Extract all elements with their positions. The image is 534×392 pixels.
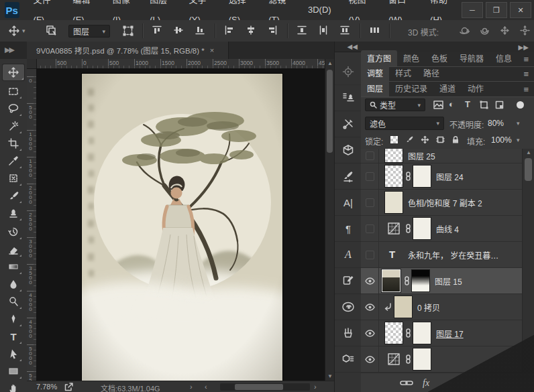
lock-transparent-pixels-icon[interactable] <box>390 136 398 143</box>
layer-row-15-selected[interactable]: 图层 15 <box>361 268 522 294</box>
layer-thumbnail[interactable] <box>382 270 400 291</box>
filter-shape-layers-icon[interactable] <box>480 101 488 109</box>
visibility-toggle[interactable] <box>361 320 379 346</box>
layer-row-0-copy[interactable]: 0 拷贝 <box>361 294 522 320</box>
tab-actions[interactable]: 动作 <box>462 80 490 96</box>
tab-close-icon[interactable]: × <box>205 46 219 54</box>
visibility-toggle[interactable] <box>361 216 379 241</box>
layer-thumbnail[interactable] <box>385 322 403 344</box>
layer-row-hue-sat[interactable]: 色相/饱和度 7 副本 2 <box>361 190 522 216</box>
layer-thumbnail[interactable] <box>394 296 412 318</box>
v-scroll-thumb[interactable] <box>327 70 333 153</box>
learn-panel-icon[interactable] <box>335 59 362 85</box>
transform-controls-icon[interactable] <box>122 25 134 37</box>
menu-3d[interactable]: 3D(D) <box>299 0 340 20</box>
document-canvas[interactable] <box>82 74 282 381</box>
eraser-tool[interactable] <box>5 241 22 257</box>
layer-mask-thumbnail[interactable] <box>413 322 431 344</box>
character-panel-icon[interactable]: A| <box>335 190 362 216</box>
h-scroll-thumb[interactable] <box>235 384 283 390</box>
type-layer-icon[interactable]: T <box>389 249 395 260</box>
move-tool[interactable] <box>3 64 24 80</box>
align-bottom-icon[interactable] <box>195 25 205 36</box>
clone-stamp-tool[interactable] <box>5 205 22 221</box>
layer-name[interactable]: 图层 17 <box>436 328 464 339</box>
lock-artboard-icon[interactable] <box>436 135 445 144</box>
chevron-down-icon[interactable]: ▾ <box>22 27 25 34</box>
mask-link-icon[interactable] <box>405 328 411 338</box>
tab-paths[interactable]: 路径 <box>417 65 445 81</box>
zoom-level[interactable]: 7.78% <box>36 383 57 391</box>
layer-row-curves4[interactable]: 曲线 4 <box>361 216 522 242</box>
3d-rotate-icon[interactable] <box>459 25 470 36</box>
share-export-icon[interactable] <box>64 383 73 391</box>
align-right-icon[interactable] <box>267 25 278 36</box>
mask-link-icon[interactable] <box>405 172 411 181</box>
filter-type-layers-icon[interactable]: T <box>465 99 470 109</box>
blend-mode-dropdown[interactable]: 滤色▾ <box>365 117 444 130</box>
auto-select-icon[interactable] <box>46 25 58 37</box>
lock-position-icon[interactable] <box>421 135 429 144</box>
distribute-top-icon[interactable] <box>297 25 307 36</box>
lock-image-pixels-icon[interactable] <box>405 135 414 144</box>
align-top-icon[interactable] <box>152 25 162 36</box>
layer-row-text[interactable]: T 永和九年， 岁在癸丑暮… <box>361 242 522 268</box>
maximize-button[interactable]: ❒ <box>486 2 507 18</box>
fill-chevron-icon[interactable]: ▾ <box>517 137 520 143</box>
tab-swatches[interactable]: 色板 <box>425 50 453 66</box>
layer-name[interactable]: 图层 25 <box>408 150 435 161</box>
scroll-down-icon[interactable]: ▼ <box>325 373 335 379</box>
move-tool-option-icon[interactable] <box>8 25 20 37</box>
collapse-panels-icon[interactable]: ◀◀ <box>335 42 362 52</box>
close-button[interactable]: ✕ <box>510 2 531 18</box>
layer-name[interactable]: 曲线 4 <box>436 223 459 235</box>
layer-effects-icon[interactable]: fx <box>423 378 429 389</box>
tab-info[interactable]: 信息 <box>490 50 518 66</box>
hand-tool[interactable] <box>5 381 22 392</box>
scroll-right-icon[interactable]: › <box>314 383 317 391</box>
link-layers-icon[interactable] <box>400 379 413 387</box>
tab-adjustments[interactable]: 调整 <box>361 65 389 81</box>
type-tool[interactable]: T <box>5 328 22 344</box>
clone-source-panel-icon[interactable] <box>335 85 362 111</box>
layers-scroll-thumb[interactable] <box>525 158 532 181</box>
blur-tool[interactable] <box>5 276 22 292</box>
visibility-toggle[interactable] <box>361 294 379 320</box>
tab-color[interactable]: 颜色 <box>397 50 425 66</box>
opacity-value[interactable]: 80% <box>488 119 504 128</box>
auto-select-target-dropdown[interactable]: 图层▾ <box>68 25 110 38</box>
layer-row-25[interactable]: 图层 25 <box>361 149 522 164</box>
libraries-panel-icon[interactable] <box>335 294 362 320</box>
visibility-toggle[interactable] <box>361 149 379 163</box>
layers-scrollbar[interactable]: ▲ <box>522 149 534 373</box>
filter-smart-objects-icon[interactable] <box>495 101 504 109</box>
curves-adjustment-icon[interactable] <box>388 222 400 235</box>
layer-mask-thumbnail[interactable] <box>413 348 431 370</box>
visibility-toggle[interactable] <box>361 268 379 293</box>
brush-settings-panel-icon[interactable] <box>335 164 362 190</box>
filter-pixel-layers-icon[interactable] <box>433 101 443 109</box>
minimize-button[interactable]: ─ <box>462 2 483 18</box>
3d-drag-icon[interactable] <box>499 25 511 36</box>
layer-name[interactable]: 0 拷贝 <box>417 302 440 313</box>
lasso-tool[interactable] <box>5 101 22 117</box>
layer-thumbnail[interactable] <box>385 166 403 187</box>
layer-row-24[interactable]: 图层 24 <box>361 164 522 190</box>
tab-histogram[interactable]: 直方图 <box>361 50 397 66</box>
rectangular-marquee-tool[interactable] <box>5 83 22 99</box>
crop-tool[interactable] <box>5 135 22 151</box>
filter-adjustment-layers-icon[interactable]: ◐ <box>449 99 454 109</box>
tab-navigator[interactable]: 导航器 <box>453 50 490 66</box>
mask-link-icon[interactable] <box>405 354 411 364</box>
scroll-up-icon[interactable]: ▲ <box>325 60 335 66</box>
tool-presets-panel-icon[interactable] <box>335 111 362 137</box>
canvas-horizontal-scrollbar[interactable] <box>220 383 310 391</box>
brushes-panel-icon[interactable] <box>335 320 362 346</box>
layer-mask-thumbnail[interactable] <box>412 270 429 291</box>
visibility-toggle[interactable] <box>361 164 379 189</box>
notes-panel-icon[interactable] <box>335 268 362 294</box>
tab-layers[interactable]: 图层 <box>361 80 389 96</box>
3d-panel-icon[interactable] <box>335 137 362 164</box>
lock-all-icon[interactable] <box>451 135 460 144</box>
tab-history[interactable]: 历史记录 <box>389 80 433 96</box>
